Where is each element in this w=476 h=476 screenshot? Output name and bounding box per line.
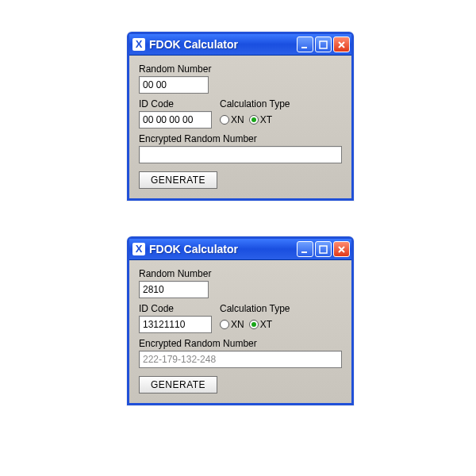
window: X FDOK Calculator Random Number ID Code <box>127 236 354 405</box>
radio-xn[interactable]: XN <box>220 319 244 330</box>
radio-icon <box>249 320 259 329</box>
titlebar[interactable]: X FDOK Calculator <box>129 34 351 56</box>
radio-xt[interactable]: XT <box>249 319 272 330</box>
radio-xt-label: XT <box>260 114 272 125</box>
generate-button[interactable]: GENERATE <box>139 376 217 393</box>
radio-xt[interactable]: XT <box>249 114 272 125</box>
maximize-button[interactable] <box>315 36 332 52</box>
random-number-input[interactable] <box>139 281 209 298</box>
window: X FDOK Calculator Random Number ID Code <box>127 32 354 201</box>
radio-icon <box>220 115 229 125</box>
encrypted-output[interactable] <box>139 351 342 368</box>
window-title: FDOK Calculator <box>149 243 297 255</box>
encrypted-output[interactable] <box>139 146 342 163</box>
calc-type-group: XN XT <box>220 316 290 333</box>
id-code-input[interactable] <box>139 111 212 129</box>
close-button[interactable] <box>333 241 350 257</box>
close-button[interactable] <box>333 36 350 52</box>
minimize-button[interactable] <box>297 241 313 257</box>
id-code-label: ID Code <box>139 303 212 314</box>
radio-icon <box>220 320 229 329</box>
radio-xn-label: XN <box>231 114 244 125</box>
app-icon: X <box>132 38 145 51</box>
random-number-input[interactable] <box>139 76 209 94</box>
radio-xt-label: XT <box>260 319 272 330</box>
calc-type-group: XN XT <box>220 111 290 129</box>
generate-button[interactable]: GENERATE <box>139 171 217 189</box>
app-icon: X <box>132 243 145 255</box>
radio-xn-label: XN <box>231 319 244 330</box>
window-title: FDOK Calculator <box>149 38 297 51</box>
client-area: Random Number ID Code Calculation Type X… <box>129 56 351 198</box>
encrypted-label: Encrypted Random Number <box>139 338 342 349</box>
svg-rect-3 <box>320 246 327 253</box>
random-number-label: Random Number <box>139 268 342 279</box>
titlebar[interactable]: X FDOK Calculator <box>129 239 351 260</box>
svg-rect-1 <box>320 41 327 48</box>
svg-rect-2 <box>301 251 307 253</box>
minimize-button[interactable] <box>297 36 313 52</box>
radio-xn[interactable]: XN <box>220 114 244 125</box>
calc-type-label: Calculation Type <box>220 303 290 314</box>
radio-icon <box>249 115 259 125</box>
id-code-label: ID Code <box>139 98 212 109</box>
maximize-button[interactable] <box>315 241 332 257</box>
svg-rect-0 <box>301 47 307 48</box>
client-area: Random Number ID Code Calculation Type X… <box>129 260 351 403</box>
calc-type-label: Calculation Type <box>220 98 290 109</box>
encrypted-label: Encrypted Random Number <box>139 133 342 144</box>
random-number-label: Random Number <box>139 63 342 75</box>
id-code-input[interactable] <box>139 316 212 333</box>
